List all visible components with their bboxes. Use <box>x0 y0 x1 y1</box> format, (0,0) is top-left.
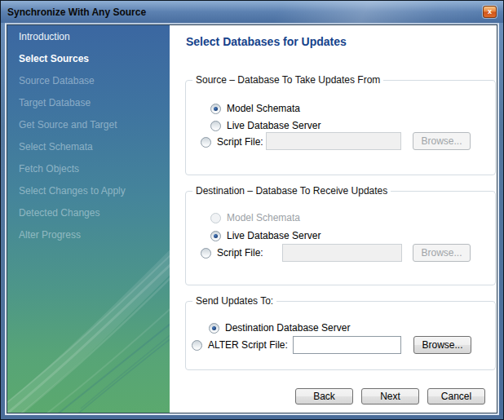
wizard-steps-sidebar: Introduction Select Sources Source Datab… <box>7 25 170 413</box>
dest-script-file-input[interactable] <box>282 244 402 262</box>
radio-icon[interactable] <box>209 323 219 334</box>
source-browse-button[interactable]: Browse... <box>413 132 471 150</box>
group-destination-title: Destination – Database To Receive Update… <box>192 185 391 197</box>
group-source-title: Source – Database To Take Updates From <box>192 74 383 86</box>
option-label: Script File: <box>217 136 263 148</box>
option-send-dest-server[interactable]: Destination Database Server <box>209 321 350 335</box>
sidebar-item-detected-changes: Detected Changes <box>7 202 170 224</box>
source-script-file-input[interactable] <box>266 132 401 150</box>
alter-script-file-input[interactable] <box>293 336 401 354</box>
radio-icon[interactable] <box>192 340 202 351</box>
option-label: Script File: <box>217 247 263 259</box>
sidebar-item-target-database: Target Database <box>7 92 170 114</box>
radio-icon[interactable] <box>210 231 221 241</box>
sidebar-item-fetch-objects: Fetch Objects <box>7 158 170 180</box>
dest-browse-button[interactable]: Browse... <box>413 244 471 262</box>
option-label: Destination Database Server <box>225 322 350 334</box>
sidebar-item-alter-progress: Alter Progress <box>7 224 170 246</box>
sidebar-item-introduction: Introduction <box>7 26 170 48</box>
back-button[interactable]: Back <box>295 388 353 405</box>
option-label: Model Schemata <box>227 212 300 223</box>
radio-icon[interactable] <box>201 248 211 259</box>
cancel-button[interactable]: Cancel <box>427 388 485 405</box>
group-destination: Destination – Database To Receive Update… <box>185 191 496 285</box>
option-source-live-server[interactable]: Live Database Server <box>210 118 321 133</box>
radio-icon[interactable] <box>210 213 221 223</box>
sidebar-item-get-source-target: Get Source and Target <box>7 114 170 136</box>
group-send-updates-title: Send Updates To: <box>192 295 276 307</box>
titlebar[interactable]: Synchronize With Any Source x <box>1 1 503 23</box>
sidebar-item-source-database: Source Database <box>7 70 170 92</box>
radio-icon[interactable] <box>210 121 221 131</box>
close-icon[interactable]: x <box>483 6 497 18</box>
step-list: Introduction Select Sources Source Datab… <box>7 25 170 246</box>
alter-browse-button[interactable]: Browse... <box>413 336 471 354</box>
group-source: Source – Database To Take Updates From M… <box>185 80 496 175</box>
sidebar-item-select-sources: Select Sources <box>7 48 170 70</box>
next-button[interactable]: Next <box>361 388 419 405</box>
sidebar-item-select-schemata: Select Schemata <box>7 136 170 158</box>
page-title: Select Databases for Updates <box>186 35 347 48</box>
option-source-script-file[interactable]: Script File: <box>201 135 263 149</box>
option-dest-live-server[interactable]: Live Database Server <box>210 228 321 243</box>
window-title: Synchronize With Any Source <box>7 7 146 18</box>
client-area: Introduction Select Sources Source Datab… <box>7 24 497 413</box>
wizard-window: Synchronize With Any Source x <box>0 0 504 420</box>
option-label: Live Database Server <box>227 230 321 241</box>
option-send-alter-script[interactable]: ALTER Script File: <box>192 338 288 352</box>
group-send-updates: Send Updates To: Destination Database Se… <box>185 301 496 370</box>
option-dest-script-file[interactable]: Script File: <box>201 245 263 260</box>
option-dest-model-schemata[interactable]: Model Schemata <box>210 210 300 225</box>
sidebar-item-select-changes: Select Changes to Apply <box>7 180 170 202</box>
option-source-model-schemata[interactable]: Model Schemata <box>210 101 300 116</box>
option-label: Model Schemata <box>227 103 300 114</box>
option-label: ALTER Script File: <box>208 339 288 351</box>
window-frame: Introduction Select Sources Source Datab… <box>1 23 503 419</box>
client-outline: Introduction Select Sources Source Datab… <box>5 23 499 415</box>
main-panel: Select Databases for Updates Source – Da… <box>170 25 497 413</box>
radio-icon[interactable] <box>201 137 211 148</box>
radio-icon[interactable] <box>210 104 221 114</box>
option-label: Live Database Server <box>227 120 321 131</box>
